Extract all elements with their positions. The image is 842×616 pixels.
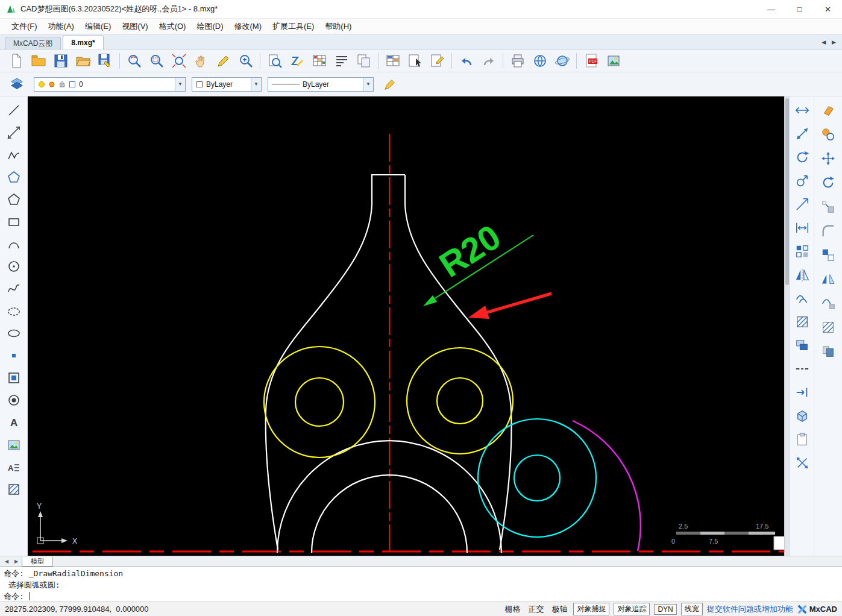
- break-tool-button[interactable]: [791, 382, 813, 403]
- layer-manager-button[interactable]: [6, 74, 28, 95]
- redo-button[interactable]: [477, 51, 500, 71]
- select-sheet-button[interactable]: [404, 51, 426, 71]
- tab-scroll-right-icon[interactable]: ▶: [832, 39, 836, 45]
- mirror-copy-tool-button[interactable]: [817, 269, 839, 289]
- zoom-extents-button[interactable]: [168, 51, 190, 71]
- pdf-export-button[interactable]: PDF: [580, 51, 602, 71]
- otrack-toggle[interactable]: 对象追踪: [614, 603, 650, 615]
- tab-drawing-8mxg[interactable]: 8.mxg*: [63, 35, 103, 49]
- hatch-tool-button[interactable]: [3, 479, 25, 500]
- array-tool-button[interactable]: [791, 241, 813, 262]
- close-button[interactable]: ✕: [814, 0, 842, 18]
- circle-tool-button[interactable]: [3, 256, 25, 277]
- minimize-button[interactable]: —: [757, 0, 785, 18]
- rectangle-tool-button[interactable]: [3, 212, 25, 232]
- save-button[interactable]: [49, 51, 72, 71]
- ortho-toggle[interactable]: 正交: [526, 604, 545, 615]
- lineweight-toggle[interactable]: 线宽: [681, 603, 703, 615]
- drawing-canvas[interactable]: R20 2.5 17.5 0 7.5: [28, 96, 790, 556]
- menu-function[interactable]: 功能(A): [43, 19, 80, 34]
- layout-scroll-right-icon[interactable]: ▶: [12, 558, 20, 566]
- grid-toggle[interactable]: 栅格: [503, 604, 522, 615]
- scrollbar-thumb[interactable]: [785, 98, 789, 285]
- menu-draw[interactable]: 绘图(D): [191, 19, 228, 34]
- command-input-line[interactable]: 命令:: [4, 592, 838, 602]
- color-dropdown-arrow-icon[interactable]: ▼: [251, 78, 261, 91]
- paste-tool-button[interactable]: [791, 429, 813, 450]
- scale-copy-tool-button[interactable]: [817, 196, 839, 217]
- block-insert-tool-button[interactable]: [3, 368, 25, 388]
- copy-tool-button[interactable]: [817, 124, 839, 145]
- dimension-text[interactable]: R20: [432, 217, 507, 284]
- array-copy-tool-button[interactable]: [817, 245, 839, 265]
- explode-tool-button[interactable]: [791, 453, 813, 473]
- pan-button[interactable]: [190, 51, 212, 71]
- osnap-toggle[interactable]: 对象捕捉: [573, 603, 609, 615]
- linetype-edit-button[interactable]: [380, 74, 401, 95]
- tab-scroll-left-icon[interactable]: ◀: [822, 39, 826, 45]
- cad-drawing[interactable]: R20 2.5 17.5 0 7.5: [28, 96, 790, 556]
- image-export-button[interactable]: [602, 51, 624, 71]
- spline-tool-button[interactable]: [3, 278, 25, 299]
- text-tool-button[interactable]: A: [3, 412, 25, 433]
- stretch-tool-button[interactable]: [791, 124, 813, 144]
- menu-format[interactable]: 格式(O): [154, 19, 192, 34]
- menu-express-tools[interactable]: 扩展工具(E): [267, 19, 319, 34]
- hatch-edit-tool-button[interactable]: [791, 312, 813, 332]
- yellow-circle-left-outer[interactable]: [264, 347, 375, 457]
- tab-mxcad-cloud[interactable]: MxCAD云图: [5, 37, 61, 49]
- maximize-button[interactable]: □: [785, 0, 814, 18]
- point-tool-button[interactable]: [3, 345, 25, 366]
- layout-scroll-left-icon[interactable]: ◀: [2, 558, 11, 566]
- polygon-tool-button[interactable]: [3, 167, 25, 187]
- rotate-tool-button[interactable]: [791, 147, 813, 168]
- internet-button[interactable]: [551, 51, 573, 71]
- model-tab[interactable]: 模型: [22, 557, 53, 567]
- canvas-vertical-scrollbar[interactable]: [784, 96, 790, 556]
- image-tool-button[interactable]: [3, 435, 25, 455]
- erase-tool-button[interactable]: [817, 100, 839, 121]
- linetype-scale-tool-button[interactable]: [791, 359, 813, 379]
- menu-help[interactable]: 帮助(H): [319, 19, 357, 34]
- yellow-circle-left-inner[interactable]: [295, 378, 344, 426]
- yellow-circle-right-outer[interactable]: [407, 348, 513, 454]
- dimension-tool-button[interactable]: [791, 218, 813, 238]
- line-tool-button[interactable]: [3, 100, 25, 121]
- properties-tool-button[interactable]: [817, 341, 839, 362]
- ellipse-tool-button[interactable]: [3, 323, 25, 344]
- menu-view[interactable]: 视图(V): [116, 19, 153, 34]
- table-button[interactable]: [308, 51, 330, 71]
- hatch-copy-tool-button[interactable]: [817, 317, 839, 338]
- yellow-circle-right-inner[interactable]: [437, 378, 483, 424]
- save-as-button[interactable]: [94, 51, 116, 71]
- open-folder-button[interactable]: [72, 51, 94, 71]
- cyan-circle-inner[interactable]: [514, 455, 560, 501]
- text-style-button[interactable]: [330, 51, 353, 71]
- cyan-circle-outer[interactable]: [478, 419, 596, 537]
- find-button[interactable]: [263, 51, 286, 71]
- menu-modify[interactable]: 修改(M): [228, 19, 267, 34]
- revision-cloud-tool-button[interactable]: [3, 301, 25, 321]
- copy-button[interactable]: [353, 51, 375, 71]
- zoom-in-button[interactable]: [234, 51, 257, 71]
- mtext-tool-button[interactable]: A: [3, 457, 25, 477]
- zoom-previous-button[interactable]: [123, 51, 145, 71]
- radial-dimension[interactable]: R20: [423, 217, 533, 306]
- linetype-select[interactable]: ByLayer ▼: [268, 77, 374, 92]
- redraw-button[interactable]: [286, 51, 308, 71]
- open-button[interactable]: [27, 51, 49, 71]
- linetype-dropdown-arrow-icon[interactable]: ▼: [363, 78, 373, 91]
- zoom-window-button[interactable]: [145, 51, 168, 71]
- dyn-toggle[interactable]: DYN: [654, 604, 676, 615]
- layer-tools-button[interactable]: [791, 335, 813, 356]
- move-tool-button[interactable]: [817, 148, 839, 169]
- offset-tool-button[interactable]: [791, 288, 813, 309]
- layer-dropdown-arrow-icon[interactable]: ▼: [175, 78, 185, 91]
- pentagon-tool-button[interactable]: [3, 189, 25, 210]
- color-select[interactable]: ByLayer ▼: [192, 77, 262, 92]
- feedback-link[interactable]: 提交软件问题或增加功能: [707, 604, 793, 615]
- command-line-panel[interactable]: 命令: _DrawRadialDimension 选择圆弧或圆: 命令:: [0, 567, 842, 602]
- polar-toggle[interactable]: 极轴: [550, 604, 569, 615]
- offset-copy-tool-button[interactable]: [817, 293, 839, 313]
- web-publish-button[interactable]: [529, 51, 551, 71]
